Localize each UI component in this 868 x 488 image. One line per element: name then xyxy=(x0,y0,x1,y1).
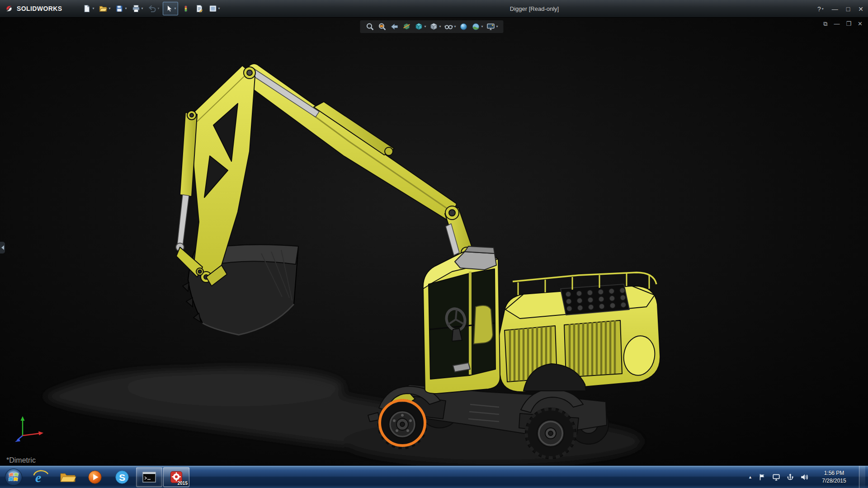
volume-icon[interactable] xyxy=(800,473,808,481)
view-settings-icon xyxy=(486,22,495,31)
start-button[interactable] xyxy=(0,466,27,488)
document-window-controls: ⧉ — ❐ ✕ xyxy=(823,21,863,27)
view-orientation-label: *Dimetric xyxy=(6,456,36,465)
doc-close-button[interactable]: ✕ xyxy=(858,21,863,27)
edit-appearance-button[interactable] xyxy=(459,22,468,31)
file-explorer-folder-icon xyxy=(59,468,77,486)
windows-start-orb-icon xyxy=(4,468,23,487)
save-icon xyxy=(115,4,124,13)
system-tray: ▲ 1:56 PM 7/28/2015 xyxy=(748,466,868,488)
view-settings-button[interactable]: ▾ xyxy=(486,22,498,31)
cab-seat xyxy=(474,305,493,344)
internet-explorer-icon: e xyxy=(32,468,50,486)
show-hidden-icons-button[interactable]: ▲ xyxy=(748,475,752,479)
dropdown-caret[interactable]: ▾ xyxy=(175,7,176,10)
panel-collapse-tab[interactable] xyxy=(0,242,5,253)
display-style-icon xyxy=(429,22,438,31)
close-button[interactable]: ✕ xyxy=(858,5,863,13)
action-center-flag-icon[interactable] xyxy=(758,473,766,481)
taskbar-app-solidworks[interactable]: 2015 xyxy=(163,467,189,487)
zoom-to-area-button[interactable] xyxy=(377,22,387,31)
open-folder-icon xyxy=(99,4,108,13)
display-icon[interactable] xyxy=(772,473,780,481)
dropdown-caret[interactable]: ▾ xyxy=(158,7,160,10)
select-cursor-icon xyxy=(165,4,174,13)
new-document-button[interactable]: ▾ xyxy=(81,2,95,15)
excavator-model[interactable] xyxy=(0,18,868,465)
hide-show-glasses-icon xyxy=(444,22,453,31)
dropdown-caret[interactable]: ▾ xyxy=(424,25,426,28)
rebuild-button[interactable] xyxy=(180,2,192,15)
zoom-to-fit-button[interactable] xyxy=(365,22,374,31)
dropdown-caret[interactable]: ▾ xyxy=(108,7,110,10)
app-brand: SOLIDWORKS xyxy=(0,0,69,17)
open-button[interactable]: ▾ xyxy=(97,2,112,15)
minimize-button[interactable]: — xyxy=(832,5,838,13)
doc-cascade-button[interactable]: ⧉ xyxy=(823,21,827,27)
dropdown-caret[interactable]: ▾ xyxy=(481,25,483,28)
apply-scene-button[interactable]: ▾ xyxy=(472,22,483,31)
previous-view-button[interactable] xyxy=(390,22,399,31)
dropdown-caret[interactable]: ▾ xyxy=(454,25,456,28)
select-button[interactable]: ▾ xyxy=(163,2,178,15)
excavator-cab[interactable] xyxy=(423,246,500,394)
taskbar-app-file-explorer[interactable] xyxy=(55,467,81,487)
solidworks-logo-icon xyxy=(5,4,14,13)
file-properties-icon xyxy=(195,4,204,13)
dropdown-caret[interactable]: ▾ xyxy=(218,7,220,10)
reference-triad[interactable] xyxy=(12,414,52,446)
x-axis-arrow xyxy=(38,432,43,436)
taskbar-app-media-player[interactable] xyxy=(82,467,108,487)
wheel-rear-left[interactable] xyxy=(525,408,576,459)
undo-icon xyxy=(148,4,157,13)
doc-restore-button[interactable]: ❐ xyxy=(846,21,851,27)
help-button[interactable]: ? ▾ xyxy=(817,5,824,13)
dropdown-caret[interactable]: ▾ xyxy=(142,7,143,10)
zoom-to-fit-icon xyxy=(365,22,374,31)
maximize-button[interactable]: □ xyxy=(846,5,850,13)
zoom-to-area-icon xyxy=(377,22,387,31)
dropdown-caret[interactable]: ▾ xyxy=(125,7,127,10)
taskbar-app-terminal[interactable] xyxy=(136,467,162,487)
view-orientation-cube-icon xyxy=(414,22,423,31)
rebuild-traffic-light-icon xyxy=(181,4,190,13)
solidworks-version-badge: 2015 xyxy=(178,481,188,486)
dropdown-caret[interactable]: ▾ xyxy=(439,25,441,28)
view-orientation-button[interactable]: ▾ xyxy=(414,22,426,31)
taskbar-clock[interactable]: 1:56 PM 7/28/2015 xyxy=(818,469,850,484)
file-properties-button[interactable] xyxy=(193,2,205,15)
section-view-button[interactable] xyxy=(402,22,411,31)
apply-scene-icon xyxy=(472,22,481,31)
clock-time: 1:56 PM xyxy=(818,469,850,477)
title-bar: SOLIDWORKS ▾ ▾ ▾ xyxy=(0,0,868,18)
main-toolbar: ▾ ▾ ▾ ▾ xyxy=(81,2,223,15)
dropdown-caret: ▾ xyxy=(822,7,824,11)
skype-icon: S xyxy=(113,469,131,486)
new-document-icon xyxy=(82,4,91,13)
doc-minimize-button[interactable]: — xyxy=(834,21,840,27)
svg-text:S: S xyxy=(119,472,125,482)
clock-date: 7/28/2015 xyxy=(818,477,850,484)
hide-show-items-button[interactable]: ▾ xyxy=(444,22,456,31)
engine-grid xyxy=(561,284,629,315)
taskbar-app-skype[interactable]: S xyxy=(109,467,135,487)
show-desktop-button[interactable] xyxy=(859,466,865,488)
save-button[interactable]: ▾ xyxy=(113,2,128,15)
dropdown-caret[interactable]: ▾ xyxy=(496,25,498,28)
section-view-icon xyxy=(402,22,411,31)
graphics-viewport[interactable]: ▾ ▾ ▾ xyxy=(0,18,868,465)
options-button[interactable]: ▾ xyxy=(207,2,222,15)
edit-appearance-sphere-icon xyxy=(459,22,468,31)
options-icon xyxy=(208,4,217,13)
usb-icon[interactable] xyxy=(786,473,794,481)
print-button[interactable]: ▾ xyxy=(130,2,145,15)
undo-button[interactable]: ▾ xyxy=(146,2,161,15)
dropdown-caret[interactable]: ▾ xyxy=(92,7,94,10)
media-player-icon xyxy=(86,469,104,486)
display-style-button[interactable]: ▾ xyxy=(429,22,441,31)
brand-text: SOLIDWORKS xyxy=(17,5,62,12)
y-axis-arrow xyxy=(21,416,25,421)
windows-taskbar: e S xyxy=(0,465,868,488)
taskbar-app-internet-explorer[interactable]: e xyxy=(28,467,54,487)
svg-text:e: e xyxy=(35,470,41,485)
